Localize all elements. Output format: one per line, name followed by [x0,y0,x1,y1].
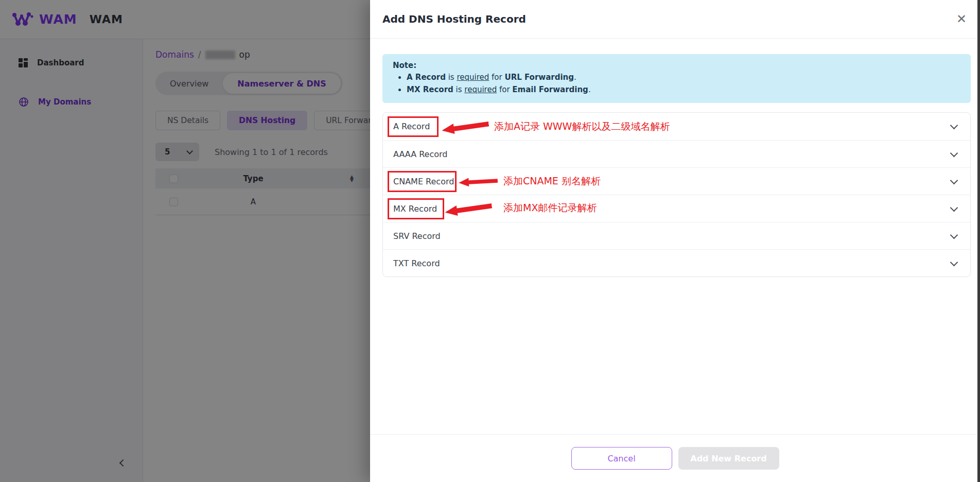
window-edge-strip [977,0,980,482]
add-new-record-button[interactable]: Add New Record [678,447,779,470]
close-icon[interactable]: ✕ [956,13,967,25]
accordion-row-txt-record[interactable]: TXT Record [383,249,970,277]
chevron-down-icon [950,231,958,239]
record-label: TXT Record [393,259,440,268]
record-label: AAAA Record [393,149,447,159]
note-heading: Note: [393,61,960,70]
annotation-highlight-box-mx-record [388,198,444,219]
chevron-down-icon [950,176,958,184]
modal-title: Add DNS Hosting Record [382,13,526,25]
note-box: Note: A Record is required for URL Forwa… [382,54,971,103]
screen: WAM WAM Dashboard My Domains [0,0,980,482]
annotation-highlight-box-cname-record [388,171,457,192]
cancel-button[interactable]: Cancel [571,447,672,470]
chevron-down-icon [950,149,958,157]
chevron-down-icon [950,258,958,266]
record-label: SRV Record [393,231,441,241]
note-item-a-record: A Record is required for URL Forwarding. [407,72,960,83]
chevron-down-icon [950,122,958,130]
annotation-highlight-box-a-record [388,116,439,137]
note-item-mx-record: MX Record is required for Email Forwardi… [407,84,960,95]
add-dns-record-modal: Add DNS Hosting Record ✕ Note: A Record … [370,0,980,482]
modal-header: Add DNS Hosting Record ✕ [370,0,980,39]
annotation-text-mx-record: 添加MX邮件记录解析 [503,201,597,214]
modal-footer: Cancel Add New Record [370,434,980,482]
annotation-arrow-cname-record [458,175,498,188]
note-list: A Record is required for URL Forwarding.… [393,72,960,95]
annotation-text-cname-record: 添加CNAME 别名解析 [503,174,601,187]
annotation-text-a-record: 添加A记录 WWW解析以及二级域名解析 [494,119,670,133]
chevron-down-icon [950,203,958,212]
record-accordion: A Record AAAA Record CNAME Record MX Rec… [382,112,971,277]
accordion-row-aaaa-record[interactable]: AAAA Record [383,140,970,167]
accordion-row-srv-record[interactable]: SRV Record [383,222,970,249]
